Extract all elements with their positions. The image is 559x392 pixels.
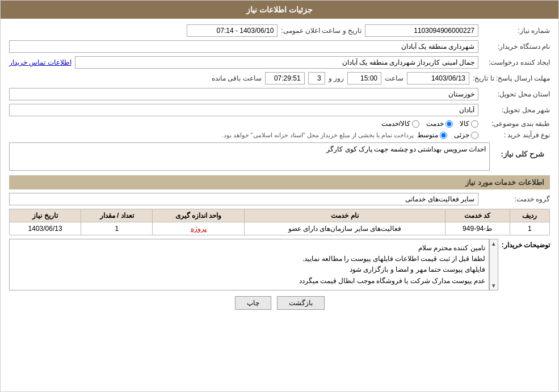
scroll-up-arrow[interactable]: ▲ — [491, 241, 497, 247]
group-khedmat-input — [9, 193, 478, 205]
namDastgah-input — [9, 40, 478, 53]
col-vahed: واحد اندازه گیری — [153, 209, 245, 222]
saat-label: ساعت — [385, 74, 404, 82]
tabaqe-kala-khedmat-radio[interactable] — [412, 120, 419, 128]
saat-mande-label: ساعت باقی مانده — [212, 74, 262, 82]
cell-vahed[interactable]: پروژه — [153, 222, 245, 235]
sharh-textarea[interactable]: احداث سرویس بهداشتی دو چشمه جهت پارک کوی… — [9, 142, 490, 171]
note-line-2: لطفا قبل از ثبت قیمت اطلاعات فایلهای پیو… — [13, 254, 485, 264]
cell-radif: 1 — [510, 222, 549, 235]
note-line-1: تامین کننده محترم سلام — [13, 243, 485, 254]
farayand-jozi-radio[interactable] — [471, 132, 478, 139]
tabaqe-kala-radio[interactable] — [471, 120, 478, 128]
khadamat-table: ردیف کد خدمت نام خدمت واحد اندازه گیری ت… — [9, 209, 550, 235]
roz-label: روز و — [329, 74, 344, 82]
noeFarayand-label: نوع فرآیند خرید : — [482, 131, 550, 139]
buyer-notes-content: تامین کننده محترم سلام لطفا قبل از ثبت ق… — [9, 239, 489, 290]
khadamat-section-title: اطلاعات خدمات مورد نیاز — [9, 175, 550, 189]
ijadKonande-label: ایجاد کننده درخواست: — [482, 58, 550, 66]
buyer-notes-label: توضیحات خریدار: — [502, 239, 550, 249]
note-line-4: عدم پیوست مدارک شرکت یا فروشگاه موجب ابط… — [13, 276, 485, 286]
cell-tarikh: 1403/06/13 — [10, 222, 81, 235]
tarikh-input — [187, 24, 278, 37]
namDastgah-label: نام دستگاه خریدار: — [482, 43, 550, 50]
shahr-label: شهر محل تحویل: — [482, 106, 550, 114]
tabaqe-khedmat-label: خدمت — [426, 120, 444, 128]
mohlat-date-input — [407, 72, 469, 85]
tabaqe-khedmat-radio[interactable] — [445, 120, 453, 128]
page-title: جزئیات اطلاعات نیاز — [246, 5, 313, 14]
bazgasht-button[interactable]: بازگشت — [277, 296, 325, 310]
col-tedad: تعداد / مقدار — [81, 209, 153, 222]
col-kod: کد خدمت — [445, 209, 510, 222]
tabaqe-kala-label: کالا — [460, 120, 469, 128]
scroll-bar[interactable]: ▲ ▼ — [489, 239, 498, 290]
mohlat-saat-mande-input — [265, 72, 305, 85]
farayand-motavaset-radio[interactable] — [440, 132, 447, 139]
col-tarikh: تاریخ نیاز — [10, 209, 81, 222]
tabaqe-kala-khedmat-label: کالا/خدمت — [381, 120, 410, 128]
chap-button[interactable]: چاپ — [235, 296, 271, 310]
buttons-row: بازگشت چاپ — [9, 296, 550, 310]
page-header: جزئیات اطلاعات نیاز — [1, 1, 558, 19]
ijadKonande-input — [75, 56, 478, 69]
cell-kod: ط-94-949 — [445, 222, 510, 235]
note-line-3: فایلهای پیوست حتما مهر و امضا و بازگزاری… — [13, 264, 485, 275]
cell-tedad: 1 — [81, 222, 153, 235]
group-khedmat-label: گروه خدمت: — [482, 195, 550, 203]
shomareNiaz-input[interactable] — [365, 24, 478, 37]
farayand-jozi-label: جزئی — [454, 131, 469, 139]
noeFarayand-radio-group: جزئی متوسط — [417, 131, 478, 139]
col-nam: نام خدمت — [244, 209, 445, 222]
mohlat-roz-input — [308, 72, 325, 85]
cell-nam: فعالیت‌های سایر سازمان‌های دارای عضو — [244, 222, 445, 235]
farayand-description: پرداخت تمام یا بخشی از مبلغ خریداز محل "… — [221, 132, 414, 139]
tarikh-label: تاریخ و ساعت اعلان عمومی: — [281, 27, 362, 35]
etelaatTamas-link[interactable]: اطلاعات تماس خریدار — [9, 58, 72, 66]
mohlat-label: مهلت ارسال پاسخ: تا تاریخ: — [473, 74, 550, 82]
mohlat-saat-input — [347, 72, 381, 85]
ostan-input — [9, 88, 478, 100]
table-row: 1 ط-94-949 فعالیت‌های سایر سازمان‌های دا… — [10, 222, 550, 235]
shomareNiaz-label: شماره نیاز: — [482, 27, 550, 35]
tabaqe-label: طبقه بندی موضوعی: — [482, 120, 550, 128]
shahr-input — [9, 104, 478, 116]
farayand-motavaset-label: متوسط — [417, 131, 438, 139]
tabaqe-radio-group: کالا خدمت کالا/خدمت — [381, 120, 478, 128]
sharh-title: شرح کلی نیاز: — [493, 147, 550, 161]
ostan-label: استان محل تحویل: — [482, 90, 550, 98]
col-radif: ردیف — [510, 209, 549, 222]
scroll-down-arrow[interactable]: ▼ — [491, 283, 497, 289]
